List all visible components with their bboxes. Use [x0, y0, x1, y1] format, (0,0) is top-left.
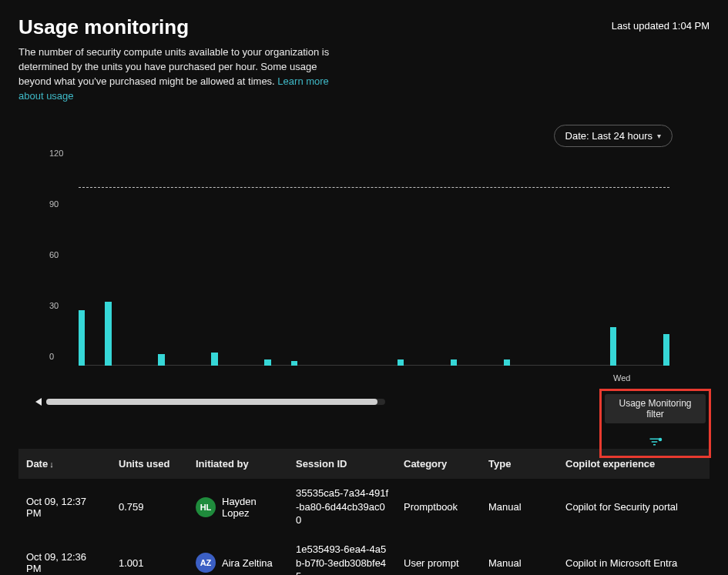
y-axis-tick: 90	[49, 199, 59, 209]
usage-bar-chart: 0306090120Wed	[25, 162, 710, 393]
scroll-track[interactable]	[46, 399, 385, 405]
usage-bar[interactable]	[105, 302, 111, 366]
table-row[interactable]: Oct 09, 12:37 PM0.759HLHayden Lopez35535…	[18, 479, 710, 535]
cell-initiated-by: HLHayden Lopez	[188, 479, 288, 535]
y-axis-tick: 30	[49, 301, 59, 310]
date-range-label: Date: Last 24 hours	[565, 130, 653, 142]
column-header[interactable]: Type	[481, 449, 558, 479]
column-header[interactable]: Units used	[111, 449, 188, 479]
usage-bar[interactable]	[291, 361, 297, 366]
cell-type: Manual	[481, 479, 558, 535]
last-updated-label: Last updated 1:04 PM	[612, 20, 710, 32]
filter-callout-highlight: Usage Monitoring filter	[599, 389, 711, 458]
y-axis-tick: 60	[49, 250, 59, 259]
table-row[interactable]: Oct 09, 12:36 PM1.001AZAira Zeltina1e535…	[18, 535, 710, 575]
bar-container	[79, 162, 669, 366]
usage-bar[interactable]	[79, 310, 85, 366]
avatar: HL	[196, 497, 216, 517]
usage-table: Date↓Units usedInitiated bySession IDCat…	[18, 449, 710, 575]
page-title: Usage monitoring	[18, 15, 189, 39]
usage-filter-button[interactable]	[605, 431, 706, 453]
scroll-thumb[interactable]	[46, 399, 377, 405]
cell-date: Oct 09, 12:36 PM	[18, 535, 111, 575]
page-description: The number of security compute units ava…	[18, 45, 342, 103]
y-axis-tick: 0	[49, 352, 54, 361]
usage-bar[interactable]	[451, 359, 457, 366]
column-header[interactable]: Category	[396, 449, 481, 479]
cell-type: Manual	[481, 535, 558, 575]
column-header[interactable]: Date↓	[18, 449, 111, 479]
chevron-down-icon: ▾	[657, 132, 661, 140]
column-header[interactable]: Session ID	[288, 449, 396, 479]
user-name: Aira Zeltina	[222, 557, 273, 569]
usage-bar[interactable]	[663, 334, 669, 366]
usage-bar[interactable]	[398, 359, 404, 366]
cell-units: 1.001	[111, 535, 188, 575]
cell-category: Promptbook	[396, 479, 481, 535]
column-header[interactable]: Initiated by	[188, 449, 288, 479]
y-axis-tick: 120	[49, 149, 63, 158]
usage-bar[interactable]	[158, 354, 164, 366]
x-axis-tick-label: Wed	[613, 373, 630, 383]
usage-bar[interactable]	[264, 359, 270, 366]
cell-experience: Copilot in Microsoft Entra	[558, 535, 710, 575]
cell-category: User prompt	[396, 535, 481, 575]
cell-experience: Copilot for Security portal	[558, 479, 710, 535]
cell-initiated-by: AZAira Zeltina	[188, 535, 288, 575]
user-name: Hayden Lopez	[222, 496, 280, 519]
usage-bar[interactable]	[610, 327, 616, 366]
cell-session-id: 1e535493-6ea4-4a5b-b7f0-3edb308bfe45	[288, 535, 396, 575]
sort-arrow-icon: ↓	[49, 460, 54, 469]
cell-date: Oct 09, 12:37 PM	[18, 479, 111, 535]
svg-point-3	[658, 438, 662, 442]
filter-icon	[649, 436, 663, 447]
avatar: AZ	[196, 553, 216, 573]
filter-tooltip: Usage Monitoring filter	[605, 394, 706, 423]
usage-bar[interactable]	[504, 359, 510, 366]
date-range-filter[interactable]: Date: Last 24 hours ▾	[554, 125, 673, 147]
usage-bar[interactable]	[211, 353, 217, 366]
scroll-left-arrow-icon[interactable]	[35, 398, 42, 406]
cell-units: 0.759	[111, 479, 188, 535]
cell-session-id: 35535ca5-7a34-491f-ba80-6d44cb39ac00	[288, 479, 396, 535]
